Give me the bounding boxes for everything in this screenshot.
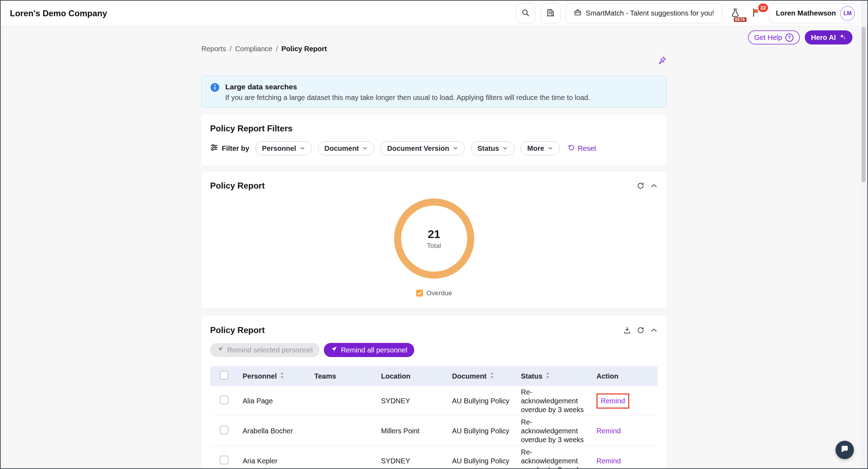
target-highlight-box: Remind	[596, 393, 629, 409]
remind-link[interactable]: Remind	[596, 457, 621, 465]
filter-label: More	[527, 144, 544, 153]
filters-row: Filter by Personnel Document Document Ve…	[210, 141, 658, 155]
smartmatch-banner-button[interactable]: SmartMatch - Talent suggestions for you!	[566, 4, 722, 23]
banner-title: Large data searches	[225, 82, 590, 91]
breadcrumb-reports[interactable]: Reports	[201, 45, 226, 53]
table-card-title: Policy Report	[210, 325, 265, 335]
filter-by-label-group: Filter by	[210, 143, 249, 153]
table-row: Aria Kepler SYDNEY AU Bullying Policy Re…	[210, 446, 658, 469]
beta-badge: BETA	[734, 17, 747, 22]
sparkle-icon	[839, 33, 846, 42]
collapse-chevron-icon[interactable]	[650, 182, 658, 190]
cell-status: Re-acknowledgement overdue by 3 weeks	[512, 386, 587, 416]
user-menu[interactable]: Loren Mathewson LM	[769, 4, 858, 23]
reset-label: Reset	[578, 144, 596, 153]
sort-icon[interactable]	[546, 372, 550, 381]
filter-personnel-dropdown[interactable]: Personnel	[255, 141, 312, 155]
cell-status: Re-acknowledgement overdue by 3 weeks	[512, 446, 587, 469]
table-header-row: Personnel Teams Location Document Status…	[210, 366, 658, 386]
remind-link[interactable]: Remind	[601, 397, 625, 405]
filters-card: Policy Report Filters Filter by Personne…	[201, 114, 667, 166]
cell-location: SYDNEY	[372, 386, 443, 416]
info-icon	[210, 83, 220, 94]
column-header-teams: Teams	[314, 372, 336, 380]
banner-text: Large data searches If you are fetching …	[225, 82, 590, 102]
chevron-down-icon	[362, 144, 368, 153]
filter-document-version-dropdown[interactable]: Document Version	[380, 141, 465, 155]
cell-document: AU Bullying Policy	[443, 416, 512, 446]
labs-button[interactable]: BETA	[727, 4, 743, 23]
chevron-down-icon	[548, 144, 553, 153]
filter-by-label: Filter by	[222, 144, 249, 153]
policy-report-table-card: Policy Report Remind selected personnel …	[201, 316, 667, 469]
collapse-chevron-icon[interactable]	[650, 326, 658, 334]
building-icon	[546, 8, 555, 18]
hero-ai-button[interactable]: Hero AI	[805, 30, 852, 44]
filters-title: Policy Report Filters	[210, 124, 658, 133]
filter-status-dropdown[interactable]: Status	[471, 141, 515, 155]
donut-total-label: Total	[427, 242, 441, 250]
breadcrumb: Reports / Compliance / Policy Report	[201, 44, 667, 54]
sort-icon[interactable]	[490, 372, 494, 381]
donut-total-value: 21	[428, 228, 440, 241]
chart-card-title: Policy Report	[210, 181, 265, 191]
legend-item-overdue[interactable]: Overdue	[416, 289, 452, 297]
chevron-down-icon	[503, 144, 508, 153]
smartmatch-icon	[574, 8, 582, 18]
chat-launcher-button[interactable]	[836, 441, 854, 459]
column-header-location: Location	[381, 372, 410, 380]
reset-icon	[568, 144, 575, 153]
question-mark-icon: ?	[785, 34, 793, 42]
row-checkbox[interactable]	[220, 456, 228, 464]
breadcrumb-compliance[interactable]: Compliance	[235, 45, 273, 53]
filter-label: Document	[325, 144, 359, 153]
breadcrumb-separator: /	[276, 45, 278, 53]
row-checkbox[interactable]	[220, 426, 228, 434]
get-help-button[interactable]: Get Help ?	[748, 30, 800, 44]
cell-location: Millers Point	[372, 416, 443, 446]
download-icon[interactable]	[623, 326, 631, 334]
donut-chart-area: 21 Total Overdue	[210, 198, 658, 297]
refresh-icon[interactable]	[637, 182, 644, 190]
column-header-document[interactable]: Document	[452, 372, 487, 380]
reset-filters-button[interactable]: Reset	[568, 144, 596, 153]
tune-icon	[210, 143, 218, 153]
topbar-actions: SmartMatch - Talent suggestions for you!…	[516, 4, 858, 23]
cell-document: AU Bullying Policy	[443, 386, 512, 416]
policy-report-chart-card: Policy Report 21 Total Overdue	[201, 172, 667, 308]
chat-icon	[840, 445, 849, 455]
organisation-button[interactable]	[541, 4, 560, 23]
row-checkbox[interactable]	[220, 396, 228, 404]
remind-link[interactable]: Remind	[596, 427, 621, 435]
cell-document: AU Bullying Policy	[443, 446, 512, 469]
remind-selected-button[interactable]: Remind selected personnel	[210, 343, 320, 357]
filter-more-dropdown[interactable]: More	[521, 141, 560, 155]
select-all-checkbox[interactable]	[220, 371, 228, 380]
hero-ai-label: Hero AI	[811, 34, 836, 42]
send-icon	[331, 346, 337, 354]
column-header-personnel[interactable]: Personnel	[243, 372, 277, 380]
user-name: Loren Mathewson	[776, 9, 836, 17]
search-button[interactable]	[516, 4, 535, 23]
top-bar: Loren's Demo Company SmartMatch - Talent…	[1, 1, 867, 26]
breadcrumb-current: Policy Report	[281, 45, 327, 53]
send-icon	[217, 346, 224, 354]
column-header-status[interactable]: Status	[521, 372, 542, 380]
cell-personnel: Aria Kepler	[233, 446, 305, 469]
notifications-button[interactable]: 22	[748, 4, 764, 23]
pin-icon[interactable]	[658, 56, 667, 66]
filter-document-dropdown[interactable]: Document	[318, 141, 375, 155]
sort-icon[interactable]	[280, 372, 284, 381]
remind-all-button[interactable]: Remind all personnel	[324, 343, 414, 357]
smartmatch-label: SmartMatch - Talent suggestions for you!	[586, 9, 714, 17]
refresh-icon[interactable]	[637, 326, 644, 334]
cell-status: Re-acknowledgement overdue by 3 weeks	[512, 416, 587, 446]
chevron-down-icon	[300, 144, 305, 153]
remind-all-label: Remind all personnel	[341, 346, 407, 354]
quick-actions: Get Help ? Hero AI	[748, 30, 852, 44]
search-icon	[521, 8, 530, 18]
banner-message: If you are fetching a large dataset this…	[225, 93, 590, 102]
scrollbar-thumb[interactable]	[862, 27, 866, 182]
chevron-down-icon	[453, 144, 458, 153]
cell-personnel: Arabella Bocher	[233, 416, 305, 446]
